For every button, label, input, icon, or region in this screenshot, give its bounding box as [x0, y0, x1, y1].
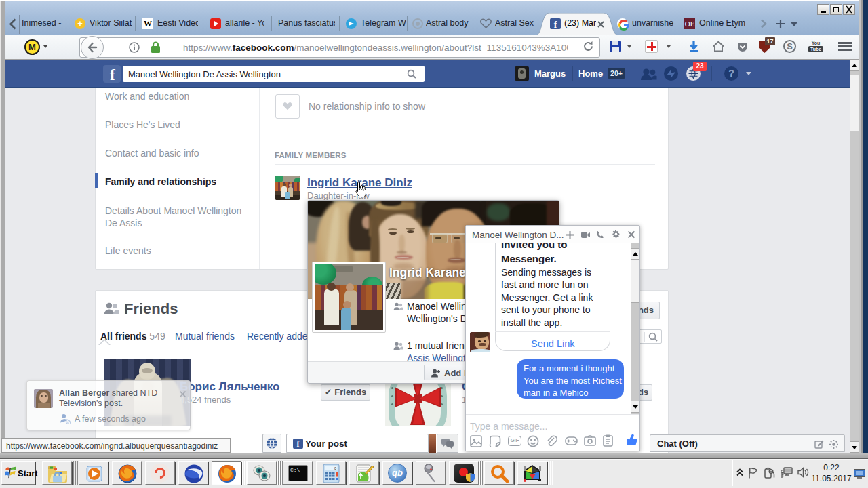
svg-text:0: 0	[334, 466, 336, 470]
